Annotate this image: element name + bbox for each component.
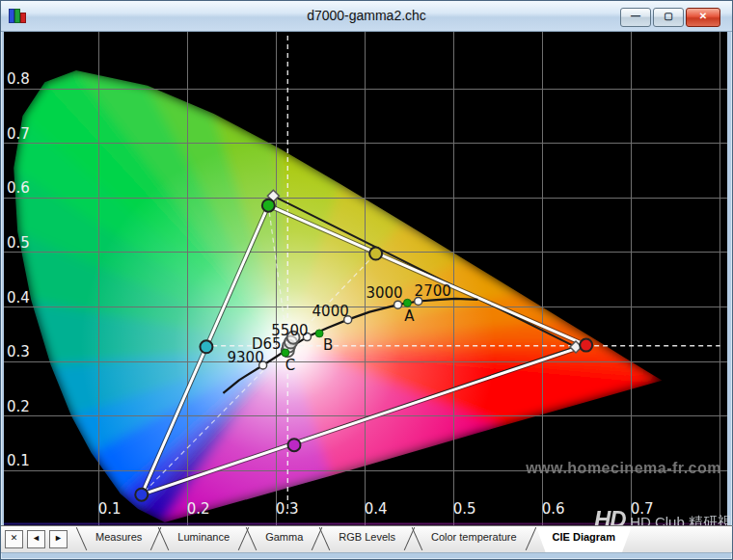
tab-prev-button[interactable]: ◄ — [27, 530, 45, 548]
cie-chart-canvas: 0.10.20.30.40.50.60.70.10.20.30.40.50.60… — [4, 32, 727, 525]
homecinema-watermark: www.homecinema-fr.com — [526, 460, 721, 477]
svg-text:0.4: 0.4 — [365, 500, 388, 518]
tab-color-temperature[interactable]: Color temperature — [415, 526, 533, 552]
maximize-button[interactable]: ▢ — [653, 8, 684, 27]
tab-label: Gamma — [265, 531, 303, 543]
tab-rgb-levels[interactable]: RGB Levels — [322, 526, 412, 552]
svg-text:0.5: 0.5 — [453, 500, 476, 518]
tab-gamma[interactable]: Gamma — [249, 526, 319, 552]
svg-text:0.1: 0.1 — [7, 452, 30, 469]
svg-text:3000: 3000 — [366, 284, 402, 302]
svg-text:4000: 4000 — [312, 303, 349, 320]
window-frame: d7000-gamma2.chc — ▢ ✕ 0.10.20.30.40.50.… — [0, 0, 733, 560]
svg-text:C: C — [285, 357, 295, 374]
title-bar[interactable]: d7000-gamma2.chc — ▢ ✕ — [1, 1, 732, 32]
spectral-locus-fill — [14, 70, 662, 525]
svg-text:0.6: 0.6 — [542, 500, 565, 518]
svg-text:0.3: 0.3 — [7, 343, 30, 360]
tab-next-button[interactable]: ► — [49, 530, 68, 548]
tab-close-button[interactable]: ✕ — [5, 530, 23, 548]
measured-point-yellow — [369, 248, 382, 260]
svg-text:0.5: 0.5 — [7, 234, 30, 252]
svg-text:2700: 2700 — [415, 282, 451, 300]
svg-text:0.2: 0.2 — [187, 500, 210, 518]
tab-luminance[interactable]: Luminance — [161, 526, 246, 552]
svg-text:B: B — [323, 336, 333, 354]
svg-text:0.3: 0.3 — [276, 500, 299, 518]
tab-cie-diagram[interactable]: CIE Diagram — [536, 526, 632, 552]
svg-text:D65: D65 — [252, 335, 282, 353]
measured-point-magenta — [288, 439, 301, 451]
svg-text:0.1: 0.1 — [98, 500, 122, 518]
svg-text:0.6: 0.6 — [7, 179, 30, 197]
svg-text:0.4: 0.4 — [7, 289, 30, 307]
tab-label: Measures — [95, 531, 142, 543]
measured-point-blue — [135, 489, 148, 501]
measured-point-cyan — [200, 340, 212, 353]
tab-label: CIE Diagram — [553, 531, 615, 543]
tab-label: Luminance — [177, 531, 230, 543]
tab-measures[interactable]: Measures — [79, 526, 158, 552]
minimize-button[interactable]: — — [620, 8, 651, 27]
svg-text:0.8: 0.8 — [7, 70, 30, 88]
tab-label: RGB Levels — [339, 531, 395, 543]
bottom-tab-bar: ✕◄► MeasuresLuminanceGammaRGB LevelsColo… — [1, 525, 732, 553]
measured-point-red — [580, 339, 592, 352]
svg-text:0.2: 0.2 — [7, 398, 30, 415]
svg-text:A: A — [404, 307, 415, 325]
tab-label: Color temperature — [431, 531, 517, 543]
close-button[interactable]: ✕ — [686, 8, 720, 27]
application-window: d7000-gamma2.chc — ▢ ✕ 0.10.20.30.40.50.… — [0, 0, 733, 560]
measured-point-green — [262, 200, 275, 212]
svg-text:0.7: 0.7 — [7, 125, 30, 143]
cie-diagram-plot: 0.10.20.30.40.50.60.70.10.20.30.40.50.60… — [4, 32, 727, 525]
